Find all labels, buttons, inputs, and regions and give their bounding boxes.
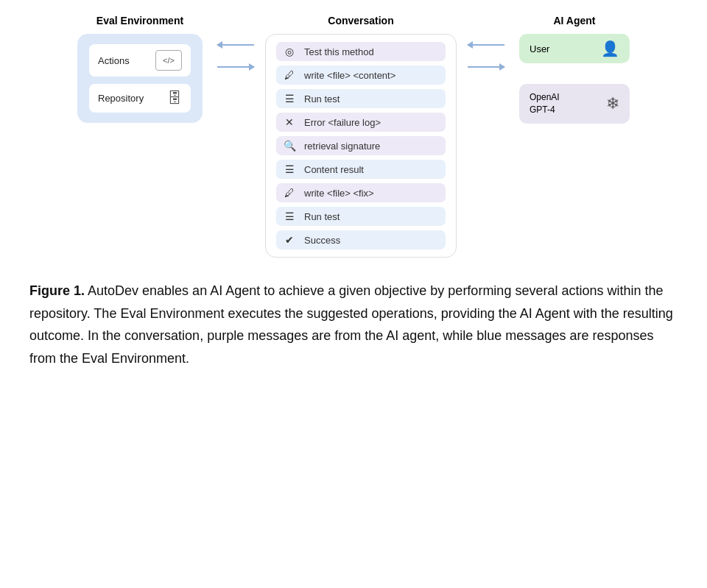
conversation-title: Conversation xyxy=(328,15,393,26)
conv-text-6: write <file> <fix> xyxy=(304,188,374,199)
code-icon: </> xyxy=(155,50,182,71)
conv-item-4: 🔍 retrieval signature xyxy=(276,136,446,155)
target-icon: ◎ xyxy=(282,46,297,57)
openai-box: OpenAI GPT-4 ❄ xyxy=(519,84,630,124)
conv-item-7: ☰ Run test xyxy=(276,207,446,226)
openai-line1: OpenAI xyxy=(530,91,560,104)
repository-row: Repository 🗄 xyxy=(89,84,191,113)
actions-label: Actions xyxy=(98,55,130,66)
network-icon: ❄ xyxy=(606,94,619,113)
user-box: User 👤 xyxy=(519,34,630,63)
search-icon: 🔍 xyxy=(282,140,297,152)
diagram-section: Eval Environment Actions </> Repository … xyxy=(29,15,678,258)
feather-icon-1: 🖊 xyxy=(282,69,297,81)
eval-env-box: Actions </> Repository 🗄 xyxy=(77,34,203,123)
list-icon-5: ☰ xyxy=(282,163,297,175)
figure-caption-bold: Figure 1. xyxy=(29,283,85,298)
conv-item-3: ✕ Error <failure log> xyxy=(276,113,446,132)
conv-item-1: 🖊 write <file> <content> xyxy=(276,65,446,85)
arrow-left-right-up xyxy=(468,44,504,46)
conv-item-8: ✔ Success xyxy=(276,230,446,249)
conv-text-1: write <file> <content> xyxy=(304,70,395,81)
check-icon: ✔ xyxy=(282,234,297,246)
ai-agent-section: AI Agent User 👤 OpenAI GPT-4 ❄ xyxy=(508,15,641,124)
conv-item-5: ☰ Content result xyxy=(276,160,446,179)
actions-row: Actions </> xyxy=(89,44,191,77)
conv-text-8: Success xyxy=(304,235,340,246)
conv-text-0: Test this method xyxy=(304,46,374,57)
arrows-right xyxy=(468,44,504,68)
openai-label: OpenAI GPT-4 xyxy=(530,91,560,116)
arrow-left-up xyxy=(217,44,254,46)
conv-text-4: retrieval signature xyxy=(304,141,380,152)
x-icon: ✕ xyxy=(282,116,297,128)
conv-item-0: ◎ Test this method xyxy=(276,42,446,61)
figure-caption-text: AutoDev enables an AI Agent to achieve a… xyxy=(29,283,673,366)
user-label: User xyxy=(530,43,549,54)
conv-text-3: Error <failure log> xyxy=(304,117,381,128)
conv-item-6: 🖊 write <file> <fix> xyxy=(276,183,446,202)
user-icon: 👤 xyxy=(601,40,619,57)
conv-text-2: Run test xyxy=(304,93,340,105)
conv-item-2: ☰ Run test xyxy=(276,89,446,108)
repository-label: Repository xyxy=(98,93,144,104)
feather-icon-6: 🖊 xyxy=(282,187,297,199)
arrow-right-down xyxy=(217,66,254,68)
eval-env-title: Eval Environment xyxy=(96,15,183,26)
conversation-section: Conversation ◎ Test this method 🖊 write … xyxy=(258,15,464,258)
conversation-box: ◎ Test this method 🖊 write <file> <conte… xyxy=(265,34,457,258)
arrow-right-right-down xyxy=(468,66,504,68)
list-icon-2: ☰ xyxy=(282,93,297,105)
arrows-left xyxy=(217,44,254,68)
eval-environment: Eval Environment Actions </> Repository … xyxy=(66,15,214,123)
figure-caption: Figure 1. AutoDev enables an AI Agent to… xyxy=(29,280,678,369)
conv-text-5: Content result xyxy=(304,164,364,175)
ai-agent-title: AI Agent xyxy=(553,15,595,26)
database-icon: 🗄 xyxy=(167,90,182,107)
list-icon-7: ☰ xyxy=(282,210,297,222)
conv-text-7: Run test xyxy=(304,211,340,222)
openai-line2: GPT-4 xyxy=(530,104,560,116)
